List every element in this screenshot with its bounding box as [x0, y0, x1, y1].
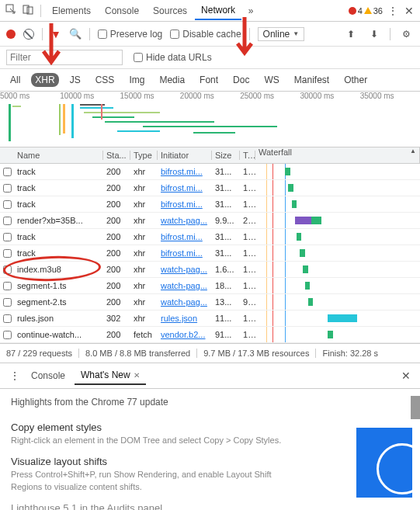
type-font[interactable]: Font	[196, 73, 222, 87]
record-button[interactable]	[6, 29, 16, 39]
row-checkbox[interactable]	[3, 331, 12, 339]
table-row[interactable]: track200xhrbifrost.mi...31...1...	[0, 245, 420, 262]
row-checkbox[interactable]	[3, 265, 12, 274]
type-img[interactable]: Img	[125, 73, 148, 87]
import-har-icon[interactable]: ⬆	[343, 29, 359, 40]
row-checkbox[interactable]	[3, 298, 12, 307]
table-row[interactable]: track200xhrbifrost.mi...31...1...	[0, 180, 420, 196]
inspect-icon[interactable]	[3, 4, 19, 17]
cell-name: rules.json	[14, 314, 103, 323]
table-row[interactable]: track200xhrbifrost.mi...31...1...	[0, 229, 420, 245]
more-tabs-icon[interactable]: »	[243, 5, 259, 16]
cell-initiator[interactable]: watch-pag...	[158, 265, 212, 274]
row-checkbox[interactable]	[3, 168, 12, 176]
close-tab-icon[interactable]: ✕	[134, 371, 140, 380]
cell-time: 9...	[240, 297, 255, 307]
error-count[interactable]: 4	[349, 6, 363, 16]
table-row[interactable]: index.m3u8200xhrwatch-pag...1.6...1...	[0, 262, 420, 278]
cell-time: 2...	[240, 216, 255, 225]
drawer-close-icon[interactable]: ✕	[398, 369, 414, 382]
type-all[interactable]: All	[6, 73, 24, 87]
export-har-icon[interactable]: ⬇	[366, 29, 382, 40]
filter-bar: Hide data URLs	[0, 47, 420, 69]
cell-size: 31...	[212, 183, 240, 193]
timeline-overview[interactable]: 5000 ms10000 ms15000 ms20000 ms25000 ms3…	[0, 92, 420, 147]
type-doc[interactable]: Doc	[229, 73, 253, 87]
table-row[interactable]: track200xhrbifrost.mi...31...1...	[0, 196, 420, 213]
promo-graphic	[356, 428, 412, 498]
drawer-menu-icon[interactable]: ⋮	[6, 369, 22, 382]
release-heading: Highlights from the Chrome 77 update	[11, 397, 409, 408]
cell-waterfall	[255, 294, 420, 310]
cell-initiator[interactable]: bifrost.mi...	[158, 183, 212, 193]
tab-network[interactable]: Network	[195, 2, 241, 20]
cell-initiator[interactable]: watch-pag...	[158, 297, 212, 307]
disable-cache-checkbox[interactable]: Disable cache	[170, 29, 241, 40]
preserve-log-checkbox[interactable]: Preserve log	[98, 29, 162, 40]
cell-waterfall	[255, 327, 420, 342]
warning-count[interactable]: 36	[364, 6, 383, 16]
table-row[interactable]: continue-watch...200fetchvendor.b2...91.…	[0, 327, 420, 343]
close-icon[interactable]: ✕	[401, 5, 417, 17]
cell-initiator[interactable]: watch-pag...	[158, 216, 212, 225]
cell-initiator[interactable]: bifrost.mi...	[158, 248, 212, 258]
type-other[interactable]: Other	[340, 73, 371, 87]
table-header[interactable]: Name Sta... Type Initiator Size T... Wat…	[0, 147, 420, 164]
type-js[interactable]: JS	[66, 73, 85, 87]
type-css[interactable]: CSS	[92, 73, 119, 87]
row-checkbox[interactable]	[3, 282, 12, 290]
row-checkbox[interactable]	[3, 233, 12, 241]
drawer-tab-whatsnew[interactable]: What's New✕	[75, 366, 146, 385]
section-desc: Press Control+Shift+P, run Show Renderin…	[11, 469, 290, 493]
cell-initiator[interactable]: bifrost.mi...	[158, 199, 212, 209]
throttling-select[interactable]: Online▼	[258, 27, 305, 41]
row-checkbox[interactable]	[3, 184, 12, 193]
filter-input[interactable]	[6, 50, 123, 65]
time-axis: 5000 ms10000 ms15000 ms20000 ms25000 ms3…	[0, 92, 420, 100]
cell-initiator[interactable]: watch-pag...	[158, 281, 212, 290]
cell-name: render?xb=35B...	[14, 216, 103, 225]
cell-initiator[interactable]: bifrost.mi...	[158, 167, 212, 176]
settings-menu-icon[interactable]: ⋮	[384, 5, 400, 17]
cell-status: 200	[103, 248, 130, 258]
table-row[interactable]: segment-2.ts200xhrwatch-pag...13...9...	[0, 294, 420, 311]
table-row[interactable]: rules.json302xhrrules.json11...1...	[0, 311, 420, 327]
cell-initiator[interactable]: vendor.b2...	[158, 330, 212, 339]
type-ws[interactable]: WS	[260, 73, 283, 87]
clear-button[interactable]	[23, 29, 34, 40]
row-checkbox[interactable]	[3, 314, 12, 323]
cell-name: segment-2.ts	[14, 297, 103, 307]
table-row[interactable]: segment-1.ts200xhrwatch-pag...18...1...	[0, 278, 420, 294]
cell-status: 200	[103, 183, 130, 193]
drawer-tabs: ⋮ Console What's New✕ ✕	[0, 363, 420, 389]
type-manifest[interactable]: Manifest	[290, 73, 333, 87]
tab-elements[interactable]: Elements	[46, 2, 97, 19]
cell-time: 1...	[240, 314, 255, 323]
drawer-tab-console[interactable]: Console	[25, 367, 71, 384]
table-row[interactable]: track200xhrbifrost.mi...31...1...	[0, 164, 420, 180]
network-settings-icon[interactable]: ⚙	[398, 29, 414, 40]
cell-size: 9.9...	[212, 216, 240, 225]
cell-waterfall	[255, 229, 420, 245]
type-media[interactable]: Media	[155, 73, 189, 87]
hide-data-urls-checkbox[interactable]: Hide data URLs	[134, 52, 212, 63]
cell-time: 1...	[240, 199, 255, 209]
search-icon[interactable]: 🔍	[69, 28, 82, 40]
separator	[40, 5, 41, 17]
cell-initiator[interactable]: rules.json	[158, 314, 212, 323]
filter-toggle-icon[interactable]: ▼	[50, 28, 61, 40]
tab-sources[interactable]: Sources	[147, 2, 193, 19]
overview-bars	[0, 102, 420, 147]
cell-initiator[interactable]: bifrost.mi...	[158, 232, 212, 241]
type-xhr[interactable]: XHR	[31, 73, 58, 87]
table-row[interactable]: render?xb=35B...200xhrwatch-pag...9.9...…	[0, 213, 420, 229]
row-checkbox[interactable]	[3, 249, 12, 258]
cell-status: 200	[103, 330, 130, 339]
cell-waterfall	[255, 311, 420, 326]
row-checkbox[interactable]	[3, 217, 12, 225]
cell-type: xhr	[130, 183, 158, 193]
section-title: Lighthouse 5.1 in the Audits panel	[11, 502, 409, 510]
device-toolbar-icon[interactable]	[20, 4, 36, 17]
row-checkbox[interactable]	[3, 200, 12, 209]
tab-console[interactable]: Console	[99, 2, 145, 19]
